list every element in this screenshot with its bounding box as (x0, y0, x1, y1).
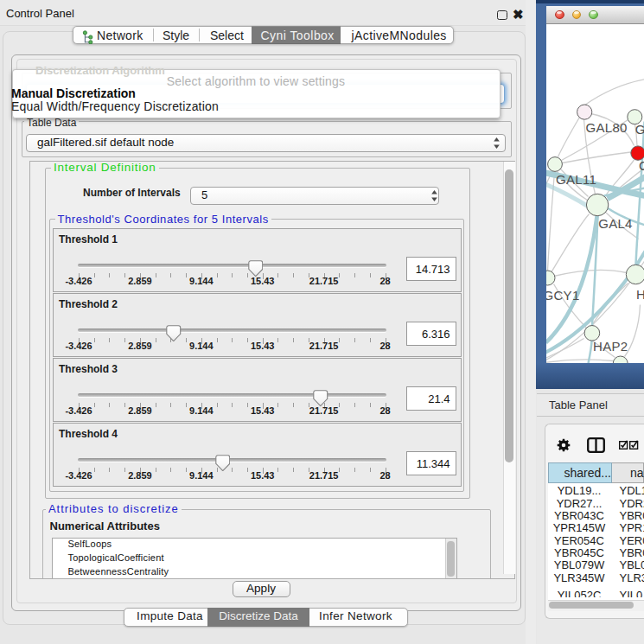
svg-text:GAL80: GAL80 (585, 120, 627, 135)
svg-text:GAL4: GAL4 (598, 216, 633, 231)
svg-text:C: C (639, 157, 644, 172)
svg-text:GAL11: GAL11 (556, 171, 596, 186)
svg-text:GCY1: GCY1 (546, 287, 580, 302)
svg-text:H: H (636, 287, 644, 302)
svg-text:GA: GA (634, 122, 644, 137)
svg-text:HAP2: HAP2 (593, 339, 628, 354)
